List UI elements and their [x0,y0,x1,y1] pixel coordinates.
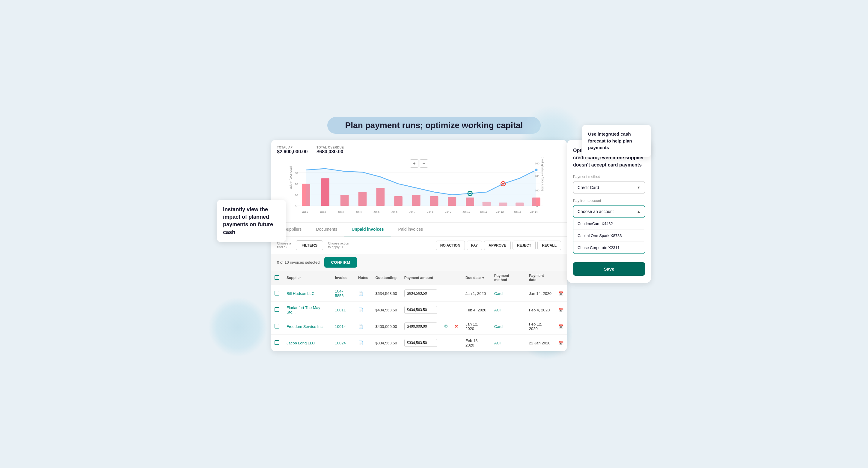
choose-filter-label: Choose a [277,241,291,245]
row1-checkbox-cell [271,285,283,302]
svg-text:Jan 11: Jan 11 [479,211,487,213]
pay-button[interactable]: PAY [467,241,483,250]
table-header-row: Supplier Invoice Notes Outstanding Payme… [271,271,567,285]
chart-container: + − Total AP (000s USD) Closing balance … [295,159,543,219]
row3-invoice[interactable]: 10014 [332,318,355,335]
row3-payment-method: Card [491,318,525,335]
dropdown-chevron-icon: ▼ [637,185,641,189]
row4-payment-amount [401,335,441,351]
confirm-button[interactable]: CONFIRM [324,257,357,268]
zoom-out-button[interactable]: − [420,159,428,168]
svg-marker-26 [306,169,536,206]
row4-checkbox[interactable] [275,340,279,345]
row1-checkbox[interactable] [275,291,279,295]
svg-text:0: 0 [295,205,297,208]
row1-cal: 📅 [555,285,567,302]
row4-payment-input[interactable] [404,339,437,347]
chart-svg: 0 10 20 30 0 100 200 300 [295,159,543,219]
no-action-button[interactable]: NO ACTION [436,241,465,250]
row2-invoice[interactable]: 10011 [332,302,355,318]
col-due-date: Due date ▼ [462,271,491,285]
row3-notes-icon: 📄 [358,324,363,329]
tab-documents[interactable]: Documents [309,223,344,236]
tab-unpaid-invoices[interactable]: Unpaid invoices [344,223,391,236]
row2-payment-amount [401,302,441,318]
filters-button[interactable]: FILTERS [296,240,323,250]
table-row: Jacob Long LLC 10024 📄 $334,563.50 Feb 1… [271,335,567,351]
action-buttons: NO ACTION PAY APPROVE REJECT RECALL [436,241,561,250]
col-payment-amount: Payment amount [401,271,441,285]
choose-action-sub: to apply ↪ [328,245,349,249]
reject-button[interactable]: REJECT [513,241,536,250]
pay-from-chevron-icon: ▲ [637,209,641,213]
table-wrapper: Supplier Invoice Notes Outstanding Payme… [271,271,567,351]
row2-checkbox[interactable] [275,307,279,312]
table-row: Bill Hudson LLC 104-5856 📄 $634,563.50 J… [271,285,567,302]
row4-supplier[interactable]: Jacob Long LLC [283,335,332,351]
row2-icon1 [441,302,451,318]
row3-cal: 📅 [555,318,567,335]
select-all-checkbox[interactable] [275,275,279,280]
col-supplier: Supplier [283,271,332,285]
payment-method-value: Credit Card [578,185,599,190]
row2-payment-method: ACH [491,302,525,318]
svg-text:Jan 13: Jan 13 [514,211,521,213]
row1-invoice[interactable]: 104-5856 [332,285,355,302]
option-chase[interactable]: Chase Corporate X2311 [574,242,645,254]
choose-action-label: Choose action [328,241,349,245]
page-title: Plan payment runs; optimize working capi… [327,117,541,134]
row4-payment-method: ACH [491,335,525,351]
row1-payment-input[interactable] [404,290,437,297]
pay-from-placeholder: Choose an account [578,209,614,214]
total-ap-block: TOTAL AP $2,600,000.00 [277,146,308,154]
row1-notes-icon: 📄 [358,291,363,296]
row2-payment-input[interactable] [404,306,437,314]
pay-from-options: CentimeCard X4432 Capital One Spark X873… [573,218,645,254]
selection-bar: 0 of 10 invoices selected CONFIRM [271,254,567,271]
row4-cal: 📅 [555,335,567,351]
col-notes: Notes [354,271,372,285]
approve-button[interactable]: APPROVE [484,241,511,250]
zoom-in-button[interactable]: + [410,159,418,168]
row4-payment-date: 22 Jan 2020 [525,335,555,351]
y-label-right: Closing balance (000s USD) [541,156,544,191]
total-ap-value: $2,600,000.00 [277,149,308,154]
row1-outstanding: $634,563.50 [372,285,400,302]
main-content: Instantly view the impact of planned pay… [217,140,651,351]
col-icon2 [451,271,462,285]
row3-checkbox[interactable] [275,324,279,328]
save-button[interactable]: Save [573,262,645,276]
total-overdue-label: TOTAL OVERDUE [316,146,344,149]
tooltip-instantly-view: Instantly view the impact of planned pay… [217,200,286,242]
row4-invoice[interactable]: 10024 [332,335,355,351]
row3-supplier[interactable]: Freedom Service Inc [283,318,332,335]
payment-method-dropdown[interactable]: Credit Card ▼ [573,181,645,194]
row4-icon2 [451,335,462,351]
choose-filter-sub: filter ↪ [277,245,291,249]
row1-payment-method: Card [491,285,525,302]
table-row: Florianfurt The May Sto... 10011 📄 $434,… [271,302,567,318]
row1-icon2 [451,285,462,302]
row2-notes: 📄 [354,302,372,318]
row1-supplier[interactable]: Bill Hudson LLC [283,285,332,302]
main-panel: TOTAL AP $2,600,000.00 TOTAL OVERDUE $68… [271,140,567,351]
tab-paid-invoices[interactable]: Paid invoices [391,223,430,236]
row3-notes: 📄 [354,318,372,335]
pay-from-dropdown-header[interactable]: Choose an account ▲ [574,205,645,217]
recall-button[interactable]: RECALL [537,241,561,250]
pay-from-dropdown-open[interactable]: Choose an account ▲ [573,205,645,218]
row3-icon2: ✖ [451,318,462,335]
option-capital[interactable]: Capital One Spark X8733 [574,230,645,242]
row4-cal-icon: 📅 [559,341,563,345]
row1-payment-date: Jan 14, 2020 [525,285,555,302]
svg-text:20: 20 [295,183,298,186]
table-body: Bill Hudson LLC 104-5856 📄 $634,563.50 J… [271,285,567,351]
choose-filter-hint: Choose a filter ↪ [277,241,291,249]
row3-payment-input[interactable] [404,322,437,330]
option-centime[interactable]: CentimeCard X4432 [574,218,645,230]
row3-due-date: Jan 12, 2020 [462,318,491,335]
svg-text:30: 30 [295,172,298,175]
row2-supplier[interactable]: Florianfurt The May Sto... [283,302,332,318]
svg-text:Jan 6: Jan 6 [392,211,398,213]
svg-text:Jan 4: Jan 4 [355,211,362,213]
